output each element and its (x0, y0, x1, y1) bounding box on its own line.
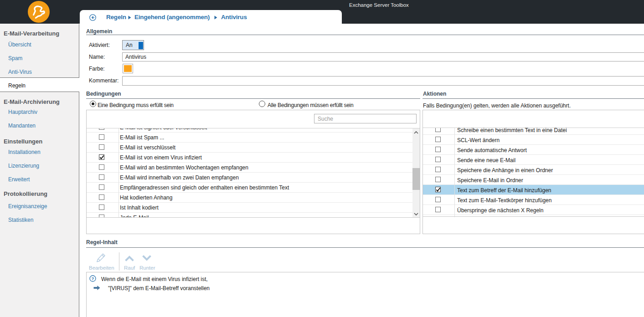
svg-text:?: ? (92, 276, 94, 281)
